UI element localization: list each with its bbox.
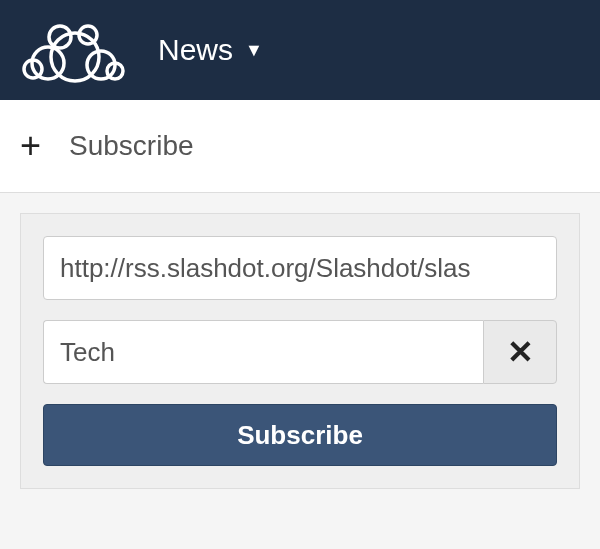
app-switcher[interactable]: News ▼ [158,33,263,67]
subscribe-form: ✕ Subscribe [20,213,580,489]
subscribe-toggle[interactable]: + Subscribe [0,100,600,193]
app-header: News ▼ [0,0,600,100]
svg-point-1 [32,47,64,79]
app-name-label: News [158,33,233,67]
owncloud-logo-icon[interactable] [10,15,140,85]
clear-name-button[interactable]: ✕ [483,320,557,384]
subscribe-submit-button[interactable]: Subscribe [43,404,557,466]
feed-name-input[interactable] [43,320,483,384]
close-icon: ✕ [507,333,534,371]
feed-url-input[interactable] [43,236,557,300]
subscribe-header-label: Subscribe [69,130,194,162]
plus-icon: + [20,128,41,164]
feed-name-row: ✕ [43,320,557,384]
chevron-down-icon: ▼ [245,40,263,61]
